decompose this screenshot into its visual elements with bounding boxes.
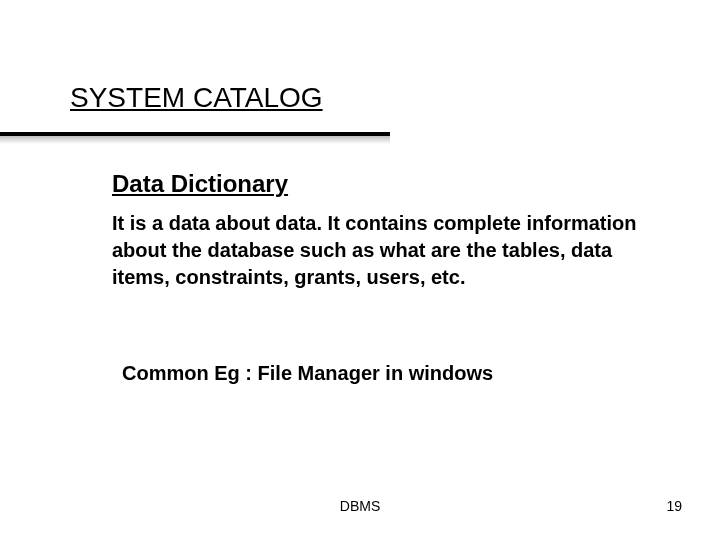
example-text: Common Eg : File Manager in windows: [122, 362, 493, 385]
title-divider: [0, 132, 720, 160]
footer-center: DBMS: [0, 498, 720, 514]
subheading: Data Dictionary: [112, 170, 288, 198]
body-text: It is a data about data. It contains com…: [112, 210, 652, 291]
slide-title: SYSTEM CATALOG: [70, 82, 323, 114]
slide-number: 19: [666, 498, 682, 514]
divider-shadow: [0, 136, 390, 144]
slide: SYSTEM CATALOG Data Dictionary It is a d…: [0, 0, 720, 540]
